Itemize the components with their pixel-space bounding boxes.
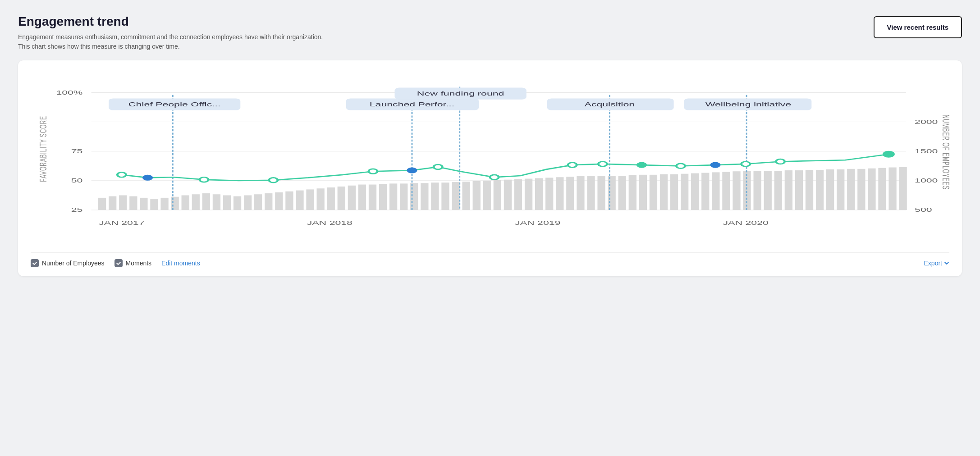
svg-rect-50 [566, 177, 574, 210]
moment-label-acq: Acquisition [585, 101, 635, 108]
svg-rect-9 [140, 198, 147, 210]
svg-rect-56 [629, 175, 637, 210]
svg-rect-42 [483, 181, 491, 210]
svg-rect-64 [712, 172, 719, 210]
svg-rect-82 [899, 167, 907, 210]
svg-rect-36 [421, 183, 428, 210]
y-tick-75: 75 [71, 148, 83, 155]
dot-jan2020 [742, 162, 750, 167]
svg-rect-33 [389, 183, 397, 210]
svg-rect-14 [192, 194, 200, 210]
dot-feb2017 [143, 175, 152, 180]
moments-checkbox[interactable] [114, 259, 123, 267]
svg-rect-18 [234, 196, 241, 210]
svg-rect-40 [462, 182, 470, 210]
chart-footer: Number of Employees Moments Edit moments… [31, 252, 949, 267]
svg-rect-58 [650, 175, 657, 210]
svg-rect-21 [265, 193, 272, 210]
x-tick-2018: JAN 2018 [307, 219, 353, 226]
svg-rect-41 [473, 181, 481, 210]
svg-rect-27 [327, 187, 335, 210]
page-header: Engagement trend Engagement measures ent… [18, 14, 962, 51]
x-tick-2020: JAN 2020 [723, 219, 769, 226]
svg-rect-38 [441, 182, 449, 210]
svg-rect-52 [587, 176, 595, 210]
svg-rect-17 [223, 195, 231, 210]
dot-early2020 [776, 159, 784, 164]
dot-late2019 [637, 163, 646, 168]
legend-moments: Moments [114, 259, 152, 267]
svg-rect-25 [306, 189, 314, 210]
dot-early2018 [369, 169, 377, 174]
dot-mid2017 [200, 177, 208, 182]
svg-rect-39 [452, 182, 459, 210]
dot-end2019 [711, 163, 719, 168]
y-right-tick-1000: 1000 [915, 177, 938, 184]
dot-late2018 [490, 175, 499, 180]
svg-rect-30 [358, 185, 366, 210]
svg-rect-53 [597, 176, 605, 210]
svg-rect-13 [182, 195, 189, 210]
x-tick-2019: JAN 2019 [515, 219, 560, 226]
trend-line [122, 154, 889, 181]
dot-mid2018b [434, 164, 442, 169]
svg-rect-47 [535, 178, 543, 210]
svg-rect-46 [525, 179, 532, 210]
svg-rect-80 [878, 168, 886, 210]
svg-rect-81 [888, 168, 896, 210]
export-button[interactable]: Export [924, 260, 949, 267]
moment-label-fund: New funding round [417, 90, 504, 97]
svg-rect-78 [857, 169, 865, 210]
dot-mid2019b [598, 162, 607, 167]
svg-rect-76 [837, 169, 844, 210]
legend: Number of Employees Moments Edit moments [31, 259, 200, 267]
employees-checkbox[interactable] [31, 259, 39, 267]
svg-rect-16 [213, 194, 220, 210]
svg-rect-26 [316, 188, 324, 210]
page-title: Engagement trend [18, 14, 323, 29]
dot-late2017 [269, 178, 278, 182]
svg-rect-57 [639, 175, 647, 210]
dot-late2020 [884, 151, 894, 157]
svg-rect-45 [514, 179, 522, 210]
legend-employees: Number of Employees [31, 259, 105, 267]
edit-moments-link[interactable]: Edit moments [161, 260, 200, 267]
svg-rect-48 [545, 178, 553, 210]
left-axis-label: FAVORABILITY SCORE [37, 116, 49, 182]
svg-rect-22 [275, 192, 283, 210]
dot-mid2018 [408, 168, 416, 173]
svg-rect-29 [348, 186, 356, 210]
trend-chart: 25 50 75 100% 500 1000 1500 2000 FAVORAB… [31, 73, 949, 244]
chevron-down-icon [944, 260, 949, 266]
svg-rect-71 [785, 170, 792, 210]
svg-rect-72 [795, 170, 803, 210]
chart-area: 25 50 75 100% 500 1000 1500 2000 FAVORAB… [31, 73, 949, 244]
svg-rect-63 [701, 173, 709, 210]
svg-rect-49 [556, 177, 563, 210]
svg-rect-79 [868, 169, 875, 210]
dot-late2019b [676, 164, 685, 169]
svg-rect-75 [826, 169, 834, 210]
y-tick-25: 25 [71, 207, 83, 214]
svg-rect-68 [753, 171, 761, 210]
y-right-tick-1500: 1500 [915, 148, 938, 155]
moment-label-perf: Launched Perfor... [370, 101, 454, 108]
svg-rect-62 [691, 173, 699, 210]
svg-rect-73 [806, 170, 813, 210]
svg-rect-7 [119, 195, 127, 210]
svg-rect-65 [722, 172, 730, 210]
dot-mid2019 [568, 163, 577, 168]
header-left: Engagement trend Engagement measures ent… [18, 14, 323, 51]
svg-rect-60 [670, 174, 678, 210]
dot-jan2017 [117, 172, 126, 177]
svg-rect-37 [431, 182, 439, 210]
y-right-tick-500: 500 [915, 207, 932, 214]
svg-rect-34 [400, 183, 408, 210]
chart-card: 25 50 75 100% 500 1000 1500 2000 FAVORAB… [18, 60, 962, 276]
svg-rect-66 [733, 171, 740, 210]
view-results-button[interactable]: View recent results [874, 16, 962, 38]
svg-rect-55 [618, 176, 626, 210]
x-tick-2017: JAN 2017 [99, 219, 144, 226]
svg-rect-77 [847, 169, 855, 210]
svg-rect-5 [98, 198, 106, 210]
